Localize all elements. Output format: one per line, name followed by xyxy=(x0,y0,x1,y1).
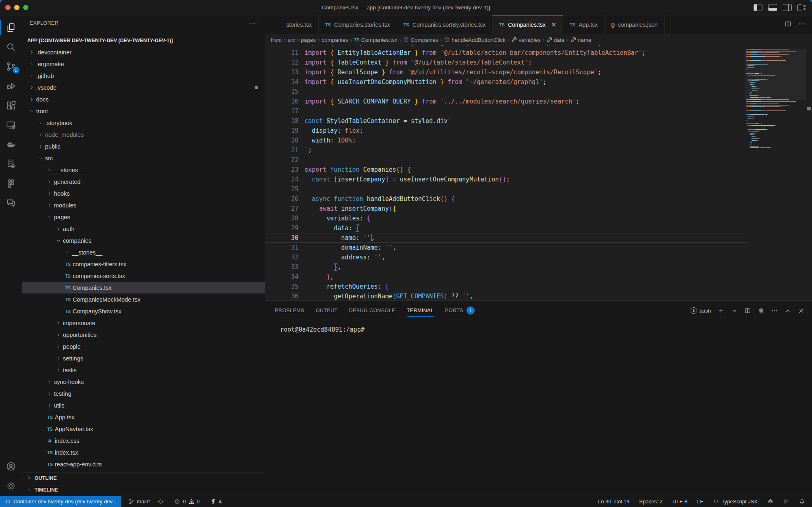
toggle-panel-button[interactable] xyxy=(768,4,777,11)
activity-item-figma[interactable] xyxy=(0,174,22,193)
tree-folder-people[interactable]: people xyxy=(22,341,265,352)
code-line[interactable]: 20 width: 100%; xyxy=(265,136,747,145)
status-copilot[interactable] xyxy=(764,496,777,507)
close-tab-icon[interactable]: ✕ xyxy=(551,21,557,28)
code-line[interactable]: 24 const [insertCompany] = useInsertOneC… xyxy=(265,175,747,184)
tree-folder-.devcontainer[interactable]: .devcontainer xyxy=(22,46,265,58)
activity-item-explorer[interactable] xyxy=(0,18,22,37)
status-notifications[interactable] xyxy=(795,496,809,507)
code-line[interactable]: 36 getOperationName(GET_COMPANIES) ?? ''… xyxy=(265,291,747,300)
activity-item-docker[interactable] xyxy=(0,135,22,154)
status-remote-indicator[interactable]: Container dev-twenty-dev (dev-twenty-dev… xyxy=(0,496,121,507)
panel-tab-problems[interactable]: PROBLEMS xyxy=(275,301,304,320)
breadcrumb-item-Companies[interactable]: Companies xyxy=(403,37,438,43)
code-line[interactable]: 33 }, xyxy=(265,262,747,272)
code-line[interactable]: 16import { SEARCH_COMPANY_QUERY } from '… xyxy=(265,97,747,106)
breadcrumb-item-companies[interactable]: companies xyxy=(322,37,348,43)
tree-folder-.github[interactable]: .github xyxy=(22,70,265,82)
panel-tab-debug-console[interactable]: DEBUG CONSOLE xyxy=(349,301,395,320)
scrollbar-thumb[interactable] xyxy=(807,107,811,110)
tree-folder-utils[interactable]: utils xyxy=(22,399,265,411)
code-line[interactable]: 23export function Companies() { xyxy=(265,165,747,175)
tree-folder-companies[interactable]: companies xyxy=(22,235,265,246)
tree-folder-generated[interactable]: generated xyxy=(22,176,265,188)
tab-companies.json[interactable]: {}companies.json xyxy=(605,15,665,34)
code-line[interactable]: 34 }, xyxy=(265,272,747,282)
status-git-branch[interactable]: main* xyxy=(125,496,154,507)
code-line[interactable]: 25 xyxy=(265,184,747,194)
timeline-section[interactable]: TIMELINE xyxy=(22,484,265,496)
activity-item-search[interactable] xyxy=(0,37,22,57)
tree-file-AppNavbar.tsx[interactable]: TSAppNavbar.tsx xyxy=(22,423,265,435)
tree-folder-stories[interactable]: __stories__ xyxy=(22,246,265,258)
status-sync[interactable] xyxy=(154,496,167,507)
terminal[interactable]: root@0a42ecd84891:/app# xyxy=(265,320,812,496)
tree-folder-public[interactable]: public xyxy=(22,140,265,152)
tree-file-App.tsx[interactable]: TSApp.tsx xyxy=(22,411,265,423)
tree-folder-auth[interactable]: auth xyxy=(22,223,265,235)
tree-folder-src[interactable]: src xyxy=(22,152,265,164)
breadcrumb-item-front[interactable]: front xyxy=(271,37,282,43)
code-line[interactable]: 13import { RecoilScope } from '@/ui/util… xyxy=(265,67,747,77)
code-line[interactable]: 29 data: { xyxy=(265,223,747,233)
tree-file-Companies.tsx[interactable]: TSCompanies.tsx xyxy=(22,282,265,293)
panel-tab-ports[interactable]: PORTS1 xyxy=(445,301,475,320)
terminal-dropdown-button[interactable] xyxy=(731,307,738,314)
breadcrumb-item-handleAddButtonClick[interactable]: handleAddButtonClick xyxy=(444,37,505,43)
close-panel-button[interactable] xyxy=(798,307,805,314)
code-line[interactable]: 30 name: '', xyxy=(265,233,747,243)
tree-folder-opportunities[interactable]: opportunities xyxy=(22,329,265,341)
status-ports-forwarded[interactable]: 4 xyxy=(207,496,225,507)
breadcrumb-item-name[interactable]: name xyxy=(570,37,592,43)
customize-layout-button[interactable] xyxy=(797,4,806,11)
code-line[interactable]: 18const StyledTableContainer = styled.di… xyxy=(265,116,747,126)
breadcrumb-item-data[interactable]: data xyxy=(546,37,564,43)
tree-folder-testing[interactable]: testing xyxy=(22,388,265,399)
minimize-window-button[interactable] xyxy=(14,5,19,10)
minimap[interactable] xyxy=(746,49,804,149)
tree-folder-.ergomake[interactable]: .ergomake xyxy=(22,58,265,70)
code-line[interactable]: 17 xyxy=(265,106,747,116)
tree-folder-settings[interactable]: settings xyxy=(22,352,265,364)
tree-folder-.storybook[interactable]: .storybook xyxy=(22,117,265,129)
code-line[interactable]: 11import { EntityTableActionBar } from '… xyxy=(265,48,747,58)
editor-more-actions-button[interactable] xyxy=(798,20,806,29)
tree-folder-tasks[interactable]: tasks xyxy=(22,364,265,376)
activity-item-dev-container-config[interactable] xyxy=(0,154,22,174)
tree-folder-.vscode[interactable]: .vscode xyxy=(22,82,265,93)
activity-item-run-debug[interactable] xyxy=(0,76,22,96)
tab-App.tsx[interactable]: TSApp.tsx xyxy=(563,15,605,34)
status-cursor-position[interactable]: Ln 30, Col 19 xyxy=(594,496,633,507)
panel-tab-output[interactable]: OUTPUT xyxy=(316,301,338,320)
code-line[interactable]: 22 xyxy=(265,155,747,165)
breadcrumb-item-src[interactable]: src xyxy=(288,37,295,43)
panel-more-actions-button[interactable] xyxy=(771,307,778,314)
shell-selector[interactable]: $ bash xyxy=(691,307,711,314)
workspace-section-header[interactable]: APP [CONTAINER DEV-TWENTY-DEV (DEV-TWENT… xyxy=(22,35,265,46)
code-line[interactable]: 19 display: flex; xyxy=(265,126,747,136)
status-feedback[interactable] xyxy=(780,496,793,507)
activity-item-accounts[interactable] xyxy=(0,457,22,476)
breadcrumb-item-variables[interactable]: variables xyxy=(511,37,540,43)
code-line[interactable]: 28 variables: { xyxy=(265,214,747,223)
status-eol[interactable]: LF xyxy=(693,496,707,507)
activity-item-remote-explorer[interactable] xyxy=(0,115,22,135)
code-line[interactable]: 12import { TableContext } from '@/ui/tab… xyxy=(265,58,747,67)
tree-file-CompanyShow.tsx[interactable]: TSCompanyShow.tsx xyxy=(22,305,265,317)
panel-tab-terminal[interactable]: TERMINAL xyxy=(407,301,434,320)
tab-Companies.tsx[interactable]: TSCompanies.tsx✕ xyxy=(492,15,563,34)
tree-folder-hooks[interactable]: hooks xyxy=(22,188,265,199)
close-window-button[interactable] xyxy=(5,5,11,10)
activity-item-comments[interactable] xyxy=(0,193,22,213)
activity-item-source-control[interactable]: 1 xyxy=(0,57,22,76)
breadcrumb-item-pages[interactable]: pages xyxy=(301,37,316,43)
code-line[interactable]: 26 async function handleAddButtonClick()… xyxy=(265,194,747,204)
code-line[interactable]: 35 refetchQueries: [ xyxy=(265,282,747,291)
tree-file-index.css[interactable]: #index.css xyxy=(22,435,265,447)
tree-file-companies-sorts.tsx[interactable]: TScompanies-sorts.tsx xyxy=(22,270,265,282)
tree-file-index.tsx[interactable]: TSindex.tsx xyxy=(22,447,265,458)
tab-Companies.sortBy.stories.tsx[interactable]: TSCompanies.sortBy.stories.tsx xyxy=(397,15,492,34)
tree-file-companies-filters.tsx[interactable]: TScompanies-filters.tsx xyxy=(22,258,265,270)
tree-file-CompaniesMockMode.tsx[interactable]: TSCompaniesMockMode.tsx xyxy=(22,293,265,305)
code-line[interactable]: 21`; xyxy=(265,145,747,155)
